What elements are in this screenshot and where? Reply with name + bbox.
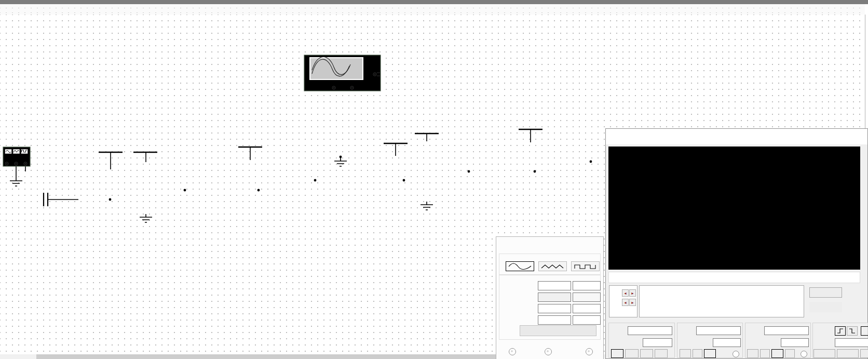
channel-a-group bbox=[677, 323, 743, 358]
rising-edge-icon bbox=[836, 327, 844, 335]
yt-mode-button[interactable] bbox=[611, 349, 623, 358]
wire-vdd3-pin3 bbox=[396, 156, 409, 165]
channel-b-ac-button[interactable] bbox=[747, 349, 758, 358]
wire-r4-loop bbox=[259, 180, 315, 249]
channel-b-pos-input[interactable] bbox=[781, 338, 809, 347]
single-trigger-button[interactable] bbox=[813, 349, 835, 358]
wire-r8-loop bbox=[535, 162, 591, 217]
xsc1-icon[interactable] bbox=[304, 55, 381, 91]
t2-right-button[interactable]: ► bbox=[629, 299, 636, 306]
blue-pin-wires[interactable] bbox=[110, 141, 585, 203]
cursor-controls: ◄ ► ◄ ► bbox=[609, 285, 638, 317]
display-scrollbar[interactable] bbox=[608, 272, 860, 283]
channel-b-radio[interactable] bbox=[801, 351, 807, 357]
add-mode-button[interactable] bbox=[625, 349, 639, 358]
triangle-icon bbox=[540, 262, 565, 270]
channel-a-dc-button[interactable] bbox=[704, 349, 716, 358]
oscilloscope-window: ◄ ► ◄ ► bbox=[605, 128, 868, 359]
trigger-level-input[interactable] bbox=[835, 338, 868, 347]
fg-common-terminal[interactable] bbox=[545, 348, 552, 355]
normal-trigger-button[interactable] bbox=[837, 349, 859, 358]
duty-cycle-input bbox=[538, 292, 571, 302]
rising-edge-button[interactable] bbox=[835, 326, 846, 336]
offset-unit[interactable] bbox=[573, 315, 601, 325]
frequency-unit[interactable] bbox=[573, 281, 601, 290]
trigger-source-a-button[interactable] bbox=[861, 326, 868, 336]
channel-b-group bbox=[745, 323, 811, 358]
channel-b-dc-button[interactable] bbox=[771, 349, 783, 358]
timebase-group bbox=[608, 323, 675, 358]
sine-wave-button[interactable] bbox=[506, 261, 534, 271]
set-rise-fall-button bbox=[520, 325, 596, 336]
ground-u1a bbox=[140, 214, 152, 222]
ba-mode-button[interactable] bbox=[640, 349, 653, 358]
sine-icon bbox=[507, 262, 533, 270]
ground-u2a bbox=[421, 202, 433, 210]
ground-scope bbox=[334, 157, 347, 166]
channel-b-minus-button[interactable] bbox=[785, 349, 795, 358]
x-pos-input[interactable] bbox=[643, 338, 672, 347]
square-icon bbox=[573, 262, 598, 270]
reverse-button[interactable] bbox=[809, 287, 842, 298]
offset-input[interactable] bbox=[538, 315, 571, 325]
channel-a-scale-input[interactable] bbox=[696, 326, 741, 335]
wires-red[interactable] bbox=[7, 89, 591, 249]
junction-dots bbox=[109, 156, 592, 201]
trigger-group bbox=[812, 323, 868, 358]
wires-black[interactable] bbox=[16, 129, 531, 200]
channel-a-ac-button[interactable] bbox=[680, 349, 691, 358]
oscilloscope-titlebar[interactable] bbox=[606, 129, 867, 144]
multisim-app: ◄ ► ◄ ► bbox=[0, 0, 868, 359]
supply-stubs bbox=[111, 129, 531, 169]
wire-orange-scope-a[interactable] bbox=[185, 89, 334, 190]
wire-scope-gnd bbox=[341, 91, 359, 157]
nc-x-marks bbox=[280, 137, 560, 208]
frequency-input[interactable] bbox=[538, 281, 571, 290]
t1-left-button[interactable]: ◄ bbox=[622, 289, 629, 297]
falling-edge-icon bbox=[848, 327, 856, 335]
fg-minus-terminal[interactable] bbox=[586, 348, 593, 355]
wire-vdd2-pin5 bbox=[250, 160, 265, 174]
channel-b-0-button[interactable] bbox=[760, 349, 770, 358]
ruler bbox=[0, 4, 865, 15]
xfg1-icon[interactable] bbox=[3, 147, 30, 166]
opamps bbox=[138, 148, 576, 204]
wire-scope-b bbox=[352, 89, 591, 162]
wire-vdd4-pin5 bbox=[531, 142, 540, 155]
falling-edge-button[interactable] bbox=[847, 326, 858, 336]
capacitor-c1[interactable] bbox=[44, 193, 48, 206]
ab-mode-button[interactable] bbox=[655, 349, 668, 358]
wire-vdd1-pin3 bbox=[111, 169, 125, 181]
opamp-u1b[interactable] bbox=[274, 167, 301, 194]
function-generator-panel bbox=[496, 236, 604, 359]
opamp-u2b[interactable] bbox=[549, 148, 576, 176]
oscilloscope-display[interactable] bbox=[608, 147, 860, 270]
opamp-u1a[interactable] bbox=[138, 176, 165, 204]
t1-right-button[interactable]: ► bbox=[629, 289, 636, 297]
triangle-wave-button[interactable] bbox=[538, 261, 567, 271]
amplitude-unit[interactable] bbox=[573, 304, 601, 313]
ground-symbols[interactable] bbox=[10, 157, 433, 222]
save-button[interactable] bbox=[809, 302, 842, 312]
nc-pin-stubs bbox=[282, 141, 558, 203]
supply-bars[interactable] bbox=[99, 129, 542, 152]
t2-left-button[interactable]: ◄ bbox=[622, 299, 629, 306]
ground-xfg bbox=[10, 178, 22, 186]
measurement-table bbox=[639, 285, 804, 317]
wire-r6-loop bbox=[404, 171, 469, 231]
channel-a-radio[interactable] bbox=[733, 351, 739, 357]
channel-b-scale-input[interactable] bbox=[764, 326, 809, 335]
channel-a-pos-input[interactable] bbox=[713, 338, 741, 347]
fg-plus-terminal[interactable] bbox=[509, 348, 516, 355]
channel-a-0-button[interactable] bbox=[693, 349, 702, 358]
amplitude-input[interactable] bbox=[538, 304, 571, 313]
timebase-scale-input[interactable] bbox=[628, 326, 672, 335]
duty-cycle-unit bbox=[573, 292, 601, 302]
square-wave-button[interactable] bbox=[571, 261, 600, 271]
auto-trigger-button[interactable] bbox=[860, 349, 868, 358]
toolbar-strip bbox=[0, 0, 868, 4]
scrollbar-thumb[interactable] bbox=[36, 354, 504, 359]
opamp-u2a[interactable] bbox=[418, 158, 445, 185]
